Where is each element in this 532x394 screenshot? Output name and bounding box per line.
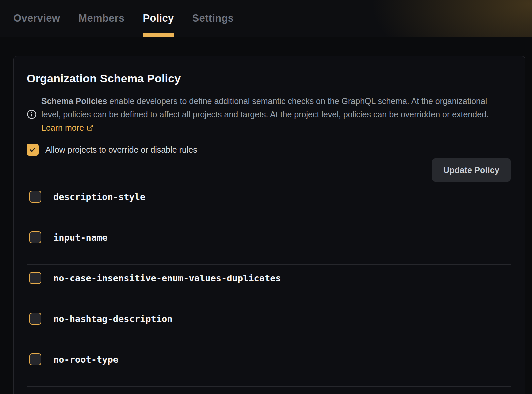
rule-name: input-name: [53, 232, 108, 243]
learn-more-link[interactable]: Learn more: [41, 123, 94, 132]
tab-members[interactable]: Members: [78, 0, 124, 37]
rule-checkbox-input-name[interactable]: [29, 231, 41, 243]
rule-row-input-name: input-name: [27, 224, 511, 265]
description-lead: Schema Policies: [41, 96, 107, 106]
actions-row: Update Policy: [27, 158, 511, 182]
learn-more-label: Learn more: [41, 123, 84, 132]
policy-description: Schema Policies enable developers to def…: [27, 94, 511, 134]
policy-rules-list: description-style input-name no-case-ins…: [27, 183, 511, 387]
rule-row-no-root-type: no-root-type: [27, 346, 511, 387]
info-icon: [27, 109, 37, 119]
page-title: Organization Schema Policy: [27, 72, 511, 85]
schema-policy-card: Organization Schema Policy Schema Polici…: [13, 56, 525, 394]
rule-row-no-hashtag-description: no-hashtag-description: [27, 305, 511, 346]
rule-checkbox-no-case-insensitive-enum-values-duplicates[interactable]: [29, 272, 41, 284]
rule-row-no-case-insensitive-enum-values-duplicates: no-case-insensitive-enum-values-duplicat…: [27, 265, 511, 305]
rule-checkbox-no-hashtag-description[interactable]: [29, 313, 41, 325]
allow-override-checkbox[interactable]: [27, 144, 39, 156]
external-link-icon: [86, 124, 94, 131]
checkmark-icon: [29, 146, 37, 154]
tab-overview[interactable]: Overview: [13, 0, 60, 37]
allow-override-label[interactable]: Allow projects to override or disable ru…: [45, 145, 197, 155]
rule-checkbox-description-style[interactable]: [29, 191, 41, 203]
rule-row-description-style: description-style: [27, 183, 511, 224]
rule-checkbox-no-root-type[interactable]: [29, 353, 41, 365]
rule-name: no-hashtag-description: [53, 314, 173, 324]
tab-policy[interactable]: Policy: [143, 0, 174, 37]
rule-name: no-case-insensitive-enum-values-duplicat…: [53, 273, 281, 283]
description-body: enable developers to define additional s…: [41, 96, 489, 119]
rule-name: description-style: [53, 192, 145, 202]
rule-name: no-root-type: [53, 354, 118, 365]
organization-tabs: Overview Members Policy Settings: [13, 0, 252, 37]
update-policy-button[interactable]: Update Policy: [432, 158, 511, 182]
tab-settings[interactable]: Settings: [192, 0, 234, 37]
main-content: Organization Schema Policy Schema Polici…: [0, 56, 532, 394]
allow-override-row: Allow projects to override or disable ru…: [27, 144, 511, 156]
organization-tab-bar: Overview Members Policy Settings: [0, 0, 532, 37]
policy-description-text: Schema Policies enable developers to def…: [41, 94, 501, 134]
